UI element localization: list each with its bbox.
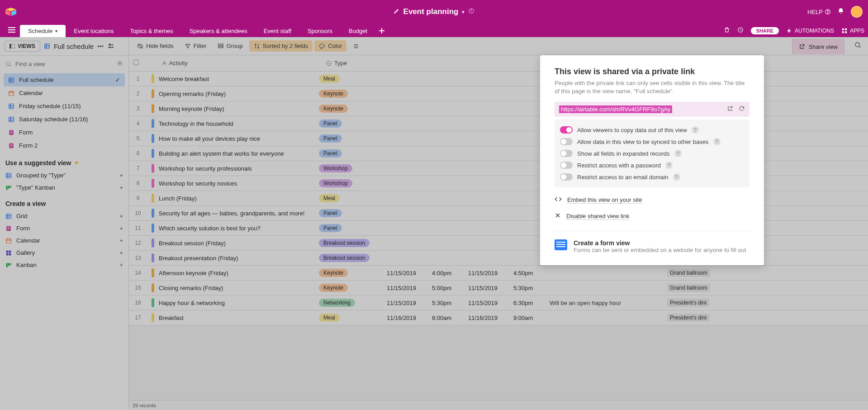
create-form-promo[interactable]: Create a form view Forms can be sent or … bbox=[555, 231, 749, 253]
table-tab[interactable]: Speakers & attendees bbox=[181, 25, 256, 37]
chevron-down-icon[interactable]: ▾ bbox=[462, 9, 465, 15]
modal-overlay[interactable] bbox=[0, 37, 129, 410]
help-icon[interactable]: ? bbox=[674, 150, 682, 157]
help-link[interactable]: HELP bbox=[807, 9, 831, 15]
option-label: Allow data in this view to be synced to … bbox=[577, 138, 709, 145]
tables-tab-bar: Schedule▾Event locationsTopics & themesS… bbox=[0, 24, 868, 37]
apps-link[interactable]: APPS bbox=[841, 28, 864, 34]
option-label: Allow viewers to copy data out of this v… bbox=[577, 127, 687, 133]
embed-view-link[interactable]: Embed this view on your site bbox=[567, 196, 642, 204]
option-label: Show all fields in expanded records bbox=[577, 150, 670, 157]
form-icon bbox=[555, 239, 567, 250]
share-option-row: Restrict access to an email domain? bbox=[560, 171, 744, 183]
svg-point-5 bbox=[471, 10, 472, 10]
open-link-icon[interactable] bbox=[727, 105, 733, 113]
help-label: HELP bbox=[807, 9, 823, 15]
option-label: Restrict access to an email domain bbox=[577, 174, 669, 181]
chevron-down-icon[interactable]: ▾ bbox=[55, 29, 57, 33]
share-url[interactable]: https://airtable.com/shrRVv4GFRF9o7gAy bbox=[559, 105, 672, 113]
table-tab[interactable]: Sponsors bbox=[299, 25, 341, 37]
table-tab[interactable]: Event staff bbox=[256, 25, 299, 37]
option-label: Restrict access with a password bbox=[577, 162, 661, 169]
share-popover-description: People with the private link can only se… bbox=[555, 79, 749, 95]
toggle-switch[interactable] bbox=[560, 150, 573, 157]
airtable-logo-icon[interactable] bbox=[5, 8, 16, 16]
svg-rect-14 bbox=[845, 28, 847, 30]
close-icon bbox=[555, 212, 561, 220]
table-tab[interactable]: Event locations bbox=[66, 25, 122, 37]
help-icon[interactable]: ? bbox=[692, 126, 699, 133]
svg-rect-16 bbox=[845, 31, 847, 33]
form-promo-title: Create a form view bbox=[574, 239, 746, 247]
table-tab[interactable]: Topics & themes bbox=[122, 25, 181, 37]
trash-icon[interactable] bbox=[724, 27, 730, 34]
share-option-row: Allow viewers to copy data out of this v… bbox=[560, 124, 744, 136]
disable-share-link[interactable]: Disable shared view link bbox=[566, 213, 629, 220]
automations-link[interactable]: AUTOMATIONS bbox=[786, 28, 834, 34]
bell-icon[interactable] bbox=[837, 8, 844, 16]
share-base-button[interactable]: SHARE bbox=[751, 27, 779, 34]
app-header: Event planning ▾ HELP bbox=[0, 0, 868, 24]
base-title[interactable]: Event planning bbox=[403, 7, 459, 16]
pencil-icon[interactable] bbox=[394, 7, 400, 16]
toggle-switch[interactable] bbox=[560, 162, 573, 169]
add-table-button[interactable] bbox=[375, 25, 388, 37]
refresh-link-icon[interactable] bbox=[739, 105, 745, 113]
svg-point-7 bbox=[827, 13, 828, 13]
history-icon[interactable] bbox=[737, 27, 744, 34]
table-tab[interactable]: Schedule▾ bbox=[20, 25, 66, 37]
hamburger-icon[interactable] bbox=[4, 24, 20, 37]
user-avatar[interactable] bbox=[851, 6, 863, 18]
embed-icon bbox=[555, 195, 562, 204]
share-link-box[interactable]: https://airtable.com/shrRVv4GFRF9o7gAy bbox=[555, 102, 749, 117]
help-icon[interactable]: ? bbox=[713, 138, 721, 145]
share-option-row: Allow data in this view to be synced to … bbox=[560, 136, 744, 148]
toggle-switch[interactable] bbox=[560, 126, 573, 133]
toggle-switch[interactable] bbox=[560, 173, 573, 181]
toggle-switch[interactable] bbox=[560, 138, 573, 145]
help-icon[interactable]: ? bbox=[673, 173, 680, 181]
info-icon[interactable] bbox=[468, 7, 474, 16]
share-option-row: Show all fields in expanded records? bbox=[560, 148, 744, 159]
share-option-row: Restrict access with a password? bbox=[560, 159, 744, 171]
table-tab[interactable]: Budget bbox=[341, 25, 375, 37]
svg-rect-15 bbox=[842, 31, 844, 33]
svg-rect-13 bbox=[842, 28, 844, 30]
share-popover-title: This view is shared via a private link bbox=[555, 67, 749, 76]
help-icon[interactable]: ? bbox=[665, 162, 673, 169]
share-view-popover: This view is shared via a private link P… bbox=[540, 55, 764, 265]
form-promo-desc: Forms can be sent or embedded on a websi… bbox=[574, 247, 746, 253]
